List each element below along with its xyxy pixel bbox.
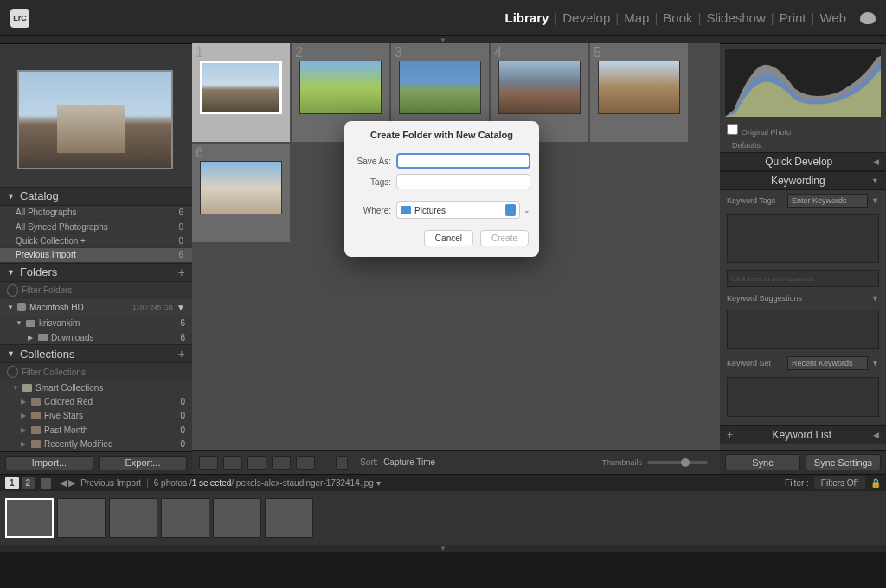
updown-icon: [505, 204, 516, 216]
thumbnail-6[interactable]: 6: [192, 144, 290, 242]
catalog-all-photographs[interactable]: All Photographs6: [0, 206, 192, 220]
where-dropdown[interactable]: Pictures: [396, 201, 520, 219]
create-folder-dialog: Create Folder with New Catalog Save As: …: [344, 121, 539, 257]
catalog-quick-collection[interactable]: Quick Collection +0: [0, 234, 192, 248]
keyword-tags-dropdown[interactable]: Enter Keywords: [787, 194, 868, 208]
sync-settings-button[interactable]: Sync Settings: [806, 454, 881, 470]
module-switcher: Library| Develop| Map| Book| Slideshow| …: [504, 10, 876, 25]
tags-label: Tags:: [353, 177, 391, 187]
folders-search-input[interactable]: [22, 285, 185, 295]
histogram[interactable]: [725, 49, 881, 117]
loupe-view-icon[interactable]: [223, 456, 242, 470]
collection-past-month[interactable]: ▶Past Month0: [0, 423, 192, 437]
grid-view-icon[interactable]: [199, 456, 218, 470]
people-view-icon[interactable]: [296, 456, 315, 470]
catalog-all-synced[interactable]: All Synced Photographs0: [0, 220, 192, 233]
filmstrip-thumb-3[interactable]: [109, 498, 157, 538]
lock-icon[interactable]: 🔒: [870, 478, 881, 488]
folder-icon: [401, 206, 411, 214]
nav-back-icon[interactable]: ◀: [60, 477, 67, 489]
folders-header[interactable]: ▼ Folders +: [0, 263, 192, 282]
folder-downloads[interactable]: ▶Downloads6: [0, 330, 192, 344]
defaults-dropdown[interactable]: Defaults: [727, 140, 766, 150]
filmstrip-thumb-5[interactable]: [213, 498, 261, 538]
module-map[interactable]: Map: [624, 10, 649, 25]
add-collection-icon[interactable]: +: [178, 347, 185, 361]
chevron-down-icon[interactable]: ▼: [871, 196, 879, 205]
catalog-previous-import[interactable]: Previous Import6: [0, 248, 192, 262]
compare-view-icon[interactable]: [247, 456, 266, 470]
module-web[interactable]: Web: [819, 10, 846, 25]
collections-header[interactable]: ▼ Collections +: [0, 344, 192, 363]
filter-dropdown[interactable]: Filters Off: [814, 476, 865, 489]
smart-collections-group[interactable]: ▼Smart Collections: [0, 380, 192, 394]
keyword-set-dropdown[interactable]: Recent Keywords: [787, 356, 868, 370]
survey-view-icon[interactable]: [272, 456, 291, 470]
chevron-down-icon[interactable]: ▼: [871, 359, 879, 368]
keywording-header[interactable]: Keywording ▼: [720, 171, 886, 190]
second-window-badge[interactable]: 2: [22, 477, 35, 489]
collections-search-input[interactable]: [22, 368, 185, 377]
cloud-sync-icon[interactable]: [860, 12, 876, 24]
chevron-down-icon: ▼: [16, 319, 22, 327]
collection-colored-red[interactable]: ▶Colored Red0: [0, 394, 192, 408]
breadcrumb-collection[interactable]: Previous Import: [80, 478, 141, 488]
module-develop[interactable]: Develop: [562, 10, 610, 25]
sync-button[interactable]: Sync: [725, 454, 800, 470]
expand-where-icon[interactable]: ⌄: [523, 206, 530, 214]
grid-icon[interactable]: [41, 478, 51, 489]
filmstrip-infobar: 1 2 ◀▶ Previous Import | 6 photos / 1 se…: [0, 474, 886, 491]
keyword-list-header[interactable]: +Keyword List ◀: [720, 425, 886, 444]
cancel-button[interactable]: Cancel: [424, 230, 473, 246]
thumbnail-5[interactable]: 5: [590, 43, 688, 142]
sort-dropdown[interactable]: Capture Time: [383, 457, 435, 467]
create-button[interactable]: Create: [480, 230, 529, 246]
module-library[interactable]: Library: [504, 10, 549, 25]
folder-icon: [26, 320, 35, 327]
save-as-input[interactable]: [396, 153, 530, 169]
chevron-right-icon: ▶: [28, 334, 35, 342]
export-button[interactable]: Export...: [99, 456, 187, 470]
add-keywords-input[interactable]: Click here to add keywords: [727, 270, 879, 287]
quick-develop-header[interactable]: Quick Develop ◀: [720, 152, 886, 171]
keyword-tags-row: Keyword Tags Enter Keywords ▼: [720, 190, 886, 211]
filter-label: Filter :: [785, 478, 809, 488]
chevron-right-icon: ▶: [21, 398, 28, 406]
chevron-left-icon: ◀: [870, 157, 879, 166]
chevron-down-icon: ▼: [177, 303, 185, 312]
collections-search[interactable]: [0, 363, 192, 380]
preview-image[interactable]: [17, 70, 173, 169]
chevron-down-icon: ▼: [7, 268, 15, 277]
module-print[interactable]: Print: [780, 10, 806, 25]
module-slideshow[interactable]: Slideshow: [706, 10, 765, 25]
volume-macintosh-hd[interactable]: ▼ Macintosh HD 119 / 245 GB ▼: [0, 299, 192, 316]
folder-krisvankim[interactable]: ▼krisvankim6: [0, 316, 192, 330]
catalog-header[interactable]: ▼ Catalog: [0, 187, 192, 206]
filmstrip-thumb-4[interactable]: [161, 498, 209, 538]
chevron-down-icon[interactable]: ▼: [871, 294, 879, 303]
keyword-suggestions-row: Keyword Suggestions▼: [720, 291, 886, 306]
collapse-bottom-icon[interactable]: ▼: [0, 545, 886, 552]
add-folder-icon[interactable]: +: [178, 265, 185, 279]
keywords-textbox[interactable]: [727, 214, 879, 263]
filmstrip-thumb-1[interactable]: [5, 498, 54, 538]
folders-search[interactable]: [0, 282, 192, 299]
filmstrip-thumb-6[interactable]: [265, 498, 313, 538]
collection-five-stars[interactable]: ▶Five Stars0: [0, 409, 192, 423]
nav-forward-icon[interactable]: ▶: [68, 477, 75, 489]
thumbnail-size-slider[interactable]: [647, 461, 708, 464]
thumbnail-1[interactable]: 1: [192, 43, 290, 142]
filmstrip-thumb-2[interactable]: [57, 498, 106, 538]
original-photo-checkbox[interactable]: Original Photo: [720, 122, 886, 138]
current-file[interactable]: / pexels-alex-staudinger-1732414.jpg ▾: [231, 478, 380, 488]
module-book[interactable]: Book: [663, 10, 692, 25]
chevron-down-icon: ▼: [7, 304, 14, 311]
painter-icon[interactable]: [336, 456, 348, 470]
collection-recently-modified[interactable]: ▶Recently Modified0: [0, 437, 192, 451]
import-button[interactable]: Import...: [5, 456, 93, 470]
tags-input[interactable]: [396, 174, 530, 189]
app-logo: LrC: [10, 9, 29, 28]
photo-count: 6 photos /: [154, 478, 192, 488]
main-window-badge[interactable]: 1: [5, 477, 19, 489]
collapse-top-icon[interactable]: ▼: [0, 36, 886, 43]
